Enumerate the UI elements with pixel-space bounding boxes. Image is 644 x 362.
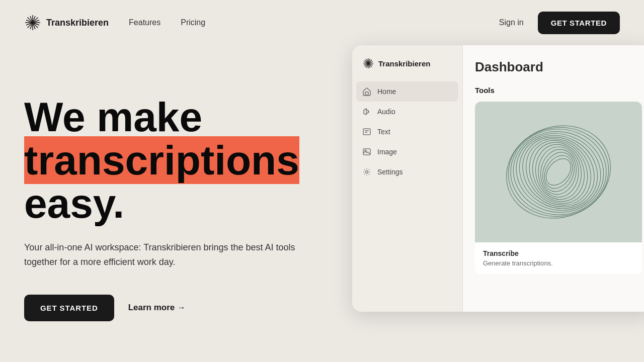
sign-in-link[interactable]: Sign in [499, 18, 524, 27]
mockup-main: Dashboard Tools [463, 45, 644, 312]
svg-point-30 [531, 141, 586, 203]
hero-actions: GET STARTED Learn more → [24, 295, 336, 321]
sidebar-item-settings-label: Settings [377, 168, 403, 176]
sidebar-item-home[interactable]: Home [356, 81, 458, 102]
hero-get-started-button[interactable]: GET STARTED [24, 295, 114, 321]
settings-icon [362, 167, 371, 176]
heading-line1: We make [24, 94, 202, 140]
mockup-logo-icon [362, 57, 374, 69]
abstract-wave-illustration [488, 107, 629, 237]
navbar: Transkribieren Features Pricing Sign in … [0, 0, 644, 45]
tool-card-info: Transcribe Generate transcriptions. [475, 242, 642, 274]
image-icon [362, 147, 371, 156]
nav-get-started-button[interactable]: GET STARTED [538, 12, 620, 34]
sidebar-item-image-label: Image [377, 148, 397, 156]
sidebar-item-image[interactable]: Image [352, 142, 462, 162]
tools-label: Tools [475, 86, 642, 95]
sidebar-item-text-label: Text [377, 128, 390, 136]
features-link[interactable]: Features [129, 18, 160, 27]
audio-icon [362, 107, 371, 116]
svg-point-26 [509, 123, 608, 221]
hero-section: We make transcriptions easy. Your all-in… [0, 45, 644, 362]
sidebar-item-settings[interactable]: Settings [352, 162, 462, 182]
nav-item-pricing[interactable]: Pricing [181, 18, 205, 27]
svg-point-35 [541, 154, 576, 190]
sidebar-item-audio-label: Audio [377, 108, 395, 116]
text-icon [362, 127, 371, 136]
svg-point-31 [538, 147, 579, 197]
logo-icon [24, 14, 41, 31]
tool-card-image [475, 102, 642, 242]
sidebar-item-text[interactable]: Text [352, 122, 462, 142]
tool-card-transcribe[interactable]: Transcribe Generate transcriptions. [475, 102, 642, 274]
mockup-logo-text: Transkribieren [378, 59, 430, 68]
svg-rect-17 [363, 129, 370, 135]
heading-highlight: transcriptions [24, 136, 299, 184]
logo[interactable]: Transkribieren [24, 14, 109, 31]
svg-point-27 [513, 126, 604, 218]
heading-line3: easy. [24, 180, 124, 226]
tool-card-desc: Generate transcriptions. [483, 259, 634, 267]
app-mockup: Transkribieren Home [352, 45, 644, 312]
nav-item-features[interactable]: Features [129, 18, 160, 27]
svg-point-36 [511, 129, 606, 215]
hero-text-block: We make transcriptions easy. Your all-in… [24, 55, 336, 321]
svg-point-22 [366, 171, 368, 173]
sidebar-item-audio[interactable]: Audio [352, 102, 462, 122]
pricing-link[interactable]: Pricing [181, 18, 205, 27]
svg-rect-16 [365, 92, 368, 95]
svg-point-32 [537, 147, 580, 198]
logo-text: Transkribieren [46, 18, 109, 28]
learn-more-link[interactable]: Learn more → [128, 303, 186, 313]
svg-point-24 [505, 122, 611, 222]
nav-left: Transkribieren Features Pricing [24, 14, 205, 31]
sidebar-item-home-label: Home [377, 87, 396, 96]
svg-point-38 [494, 112, 624, 233]
nav-right: Sign in GET STARTED [499, 12, 620, 34]
nav-links: Features Pricing [129, 18, 205, 27]
mockup-sidebar: Transkribieren Home [352, 45, 463, 312]
home-icon [362, 87, 371, 96]
dashboard-title: Dashboard [475, 59, 642, 75]
hero-subtext: Your all-in-one AI workspace: Transkribi… [24, 240, 296, 269]
hero-heading: We make transcriptions easy. [24, 96, 336, 225]
svg-point-34 [539, 150, 578, 194]
sidebar-nav: Home Audio [352, 81, 462, 182]
mockup-logo: Transkribieren [352, 57, 462, 81]
tool-card-name: Transcribe [483, 249, 634, 257]
svg-point-23 [507, 125, 610, 220]
